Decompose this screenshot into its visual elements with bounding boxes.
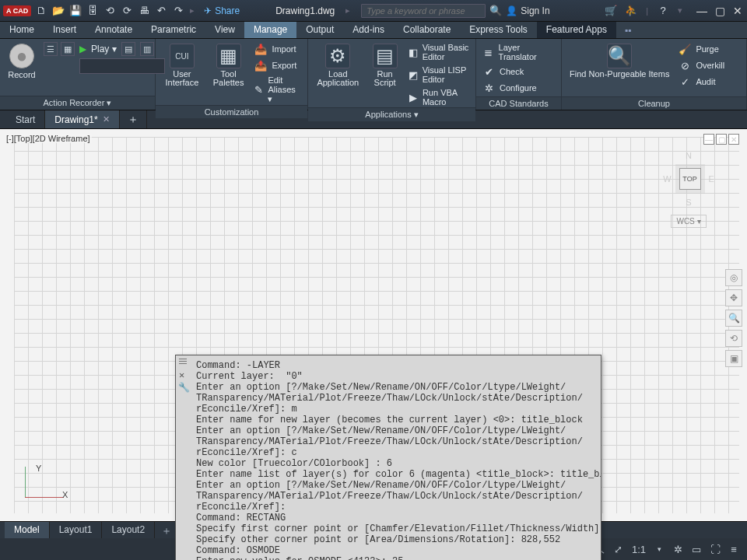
- load-application-button[interactable]: ⚙ Load Application: [313, 42, 363, 89]
- recorder-opt2-icon[interactable]: ▦: [61, 42, 75, 56]
- vp-close-icon[interactable]: ✕: [728, 134, 739, 145]
- tab-parametric[interactable]: Parametric: [142, 22, 205, 38]
- vp-min-icon[interactable]: —: [703, 134, 714, 145]
- command-window[interactable]: ✕ 🔧 Command: -LAYER Current layer: "0" E…: [175, 355, 601, 560]
- tab-annotate[interactable]: Annotate: [86, 22, 142, 38]
- maximize-button[interactable]: ▢: [714, 5, 727, 17]
- check-button[interactable]: ✔Check: [481, 65, 556, 79]
- viewcube-face[interactable]: TOP: [679, 168, 701, 190]
- undo-icon[interactable]: ↶: [154, 4, 168, 18]
- tab-output[interactable]: Output: [296, 22, 343, 38]
- vba-icon: ▶: [409, 91, 418, 103]
- status-scale-caret[interactable]: ▾: [651, 541, 668, 557]
- ribbon-group-customization: CUI User Interface ▦ Tool Palettes 📥Impo…: [156, 39, 308, 110]
- redo-icon[interactable]: ↷: [171, 4, 185, 18]
- vb-editor-button[interactable]: ◧Visual Basic Editor: [407, 42, 471, 62]
- viewport-label[interactable]: [-][Top][2D Wireframe]: [5, 134, 92, 143]
- help-caret[interactable]: ▾: [676, 5, 684, 16]
- doc-tab-close-icon[interactable]: ✕: [103, 114, 110, 124]
- tab-addins[interactable]: Add-ins: [343, 22, 394, 38]
- tab-expresstools[interactable]: Express Tools: [460, 22, 536, 38]
- tab-manage[interactable]: Manage: [244, 22, 296, 38]
- tab-featuredapps[interactable]: Featured Apps: [537, 22, 616, 38]
- status-cog-button[interactable]: ✲: [669, 541, 686, 557]
- record-button[interactable]: ● Record: [5, 42, 39, 81]
- navigation-bar: ◎ ✥ 🔍 ⟲ ▣: [725, 269, 742, 367]
- run-script-button[interactable]: ▤ Run Script: [368, 42, 402, 89]
- layout-tab-layout1[interactable]: Layout1: [50, 522, 103, 538]
- macro-dropdown[interactable]: [79, 58, 165, 74]
- vp-restore-icon[interactable]: ▢: [716, 134, 727, 145]
- doc-tab-label: Drawing1*: [54, 114, 97, 125]
- tab-collaborate[interactable]: Collaborate: [394, 22, 460, 38]
- wcs-dropdown[interactable]: WCS ▾: [671, 215, 706, 228]
- viewcube-compass-n: N: [686, 151, 692, 160]
- layer-translator-button[interactable]: ≣Layer Translator: [481, 42, 556, 62]
- status-annoscale-button[interactable]: ⤢: [610, 541, 627, 557]
- status-workspace2-button[interactable]: ▭: [688, 541, 705, 557]
- import-button[interactable]: 📥Import: [253, 42, 303, 56]
- tab-insert[interactable]: Insert: [44, 22, 86, 38]
- sync-left-icon[interactable]: ⟲: [103, 4, 117, 18]
- command-window-grip[interactable]: [179, 359, 187, 365]
- share-button[interactable]: ✈ Share: [199, 5, 244, 16]
- play-opt1-icon[interactable]: ▤: [121, 42, 135, 56]
- help-icon[interactable]: ?: [656, 4, 670, 18]
- command-window-settings-icon[interactable]: 🔧: [178, 382, 190, 394]
- new-icon[interactable]: 🗋: [34, 4, 48, 18]
- command-window-close-icon[interactable]: ✕: [179, 369, 184, 381]
- sync-right-icon[interactable]: ⟳: [120, 4, 134, 18]
- search-input[interactable]: [361, 4, 486, 18]
- cart-icon[interactable]: 🛒: [604, 4, 618, 18]
- ucs-x-label: X: [62, 490, 68, 499]
- export-button[interactable]: 📤Export: [253, 58, 303, 72]
- signin-button[interactable]: 👤 Sign In: [506, 5, 549, 16]
- audit-button[interactable]: ✓Audit: [677, 75, 726, 89]
- configure-button[interactable]: ✲Configure: [481, 81, 556, 95]
- saveall-icon[interactable]: 🗄: [86, 4, 100, 18]
- save-icon[interactable]: 💾: [68, 4, 82, 18]
- play-opt2-icon[interactable]: ▥: [140, 42, 154, 56]
- tab-view[interactable]: View: [205, 22, 244, 38]
- nav-zoom-icon[interactable]: 🔍: [725, 310, 742, 327]
- purge-button[interactable]: 🧹Purge: [677, 42, 726, 56]
- tab-overflow-icon[interactable]: ▪▪: [616, 22, 640, 38]
- title-bar: A CAD 🗋 📂 💾 🗄 ⟲ ⟳ 🖶 ↶ ↷ ▸ ✈ Share Drawin…: [0, 0, 747, 22]
- viewcube[interactable]: N W TOP E S WCS ▾: [654, 151, 724, 228]
- ribbon-group-applications: ⚙ Load Application ▤ Run Script ◧Visual …: [308, 39, 476, 110]
- palette-icon: ▦: [216, 44, 241, 68]
- vba-macro-button[interactable]: ▶Run VBA Macro: [407, 87, 471, 107]
- drawing-canvas[interactable]: [-][Top][2D Wireframe] — ▢ ✕ N W TOP E S…: [0, 129, 747, 521]
- nav-pan-icon[interactable]: ✥: [725, 289, 742, 306]
- open-icon[interactable]: 📂: [51, 4, 65, 18]
- configure-icon: ✲: [482, 82, 495, 94]
- doc-tab-drawing1[interactable]: Drawing1* ✕: [45, 110, 119, 128]
- search-icon[interactable]: 🔍: [489, 4, 503, 18]
- status-customize-button[interactable]: ≡: [725, 541, 742, 557]
- print-icon[interactable]: 🖶: [137, 4, 151, 18]
- status-scale-button[interactable]: 1:1: [629, 541, 649, 557]
- doc-tab-start[interactable]: Start: [6, 110, 45, 128]
- minimize-button[interactable]: —: [695, 5, 709, 17]
- play-button[interactable]: ▶ Play ▾ ▤ ▥: [79, 42, 165, 56]
- human-icon[interactable]: ⛹: [624, 4, 638, 18]
- layout-tab-layout2[interactable]: Layout2: [102, 522, 155, 538]
- lisp-editor-button[interactable]: ◩Visual LISP Editor: [407, 65, 471, 85]
- nav-showmotion-icon[interactable]: ▣: [725, 350, 742, 367]
- edit-aliases-button[interactable]: ✎Edit Aliases ▾: [253, 75, 303, 105]
- nav-wheel-icon[interactable]: ◎: [725, 269, 742, 286]
- layout-tab-model[interactable]: Model: [5, 522, 50, 538]
- doc-tab-new[interactable]: ＋: [120, 110, 147, 128]
- ucs-icon: Y X: [17, 459, 64, 506]
- find-nonpurgeable-button[interactable]: 🔍 Find Non-Purgeable Items: [566, 42, 672, 80]
- user-interface-button[interactable]: CUI User Interface: [160, 42, 204, 89]
- nav-orbit-icon[interactable]: ⟲: [725, 330, 742, 347]
- recorder-opt1-icon[interactable]: ☰: [44, 42, 58, 56]
- status-fullscreen-button[interactable]: ⛶: [707, 541, 724, 557]
- tool-palettes-label: Tool Palettes: [212, 70, 246, 87]
- tool-palettes-button[interactable]: ▦ Tool Palettes: [209, 42, 249, 89]
- close-button[interactable]: ✕: [731, 5, 744, 17]
- tab-home[interactable]: Home: [0, 22, 44, 38]
- title-caret[interactable]: ▸: [344, 5, 352, 16]
- overkill-button[interactable]: ⊘Overkill: [677, 58, 726, 72]
